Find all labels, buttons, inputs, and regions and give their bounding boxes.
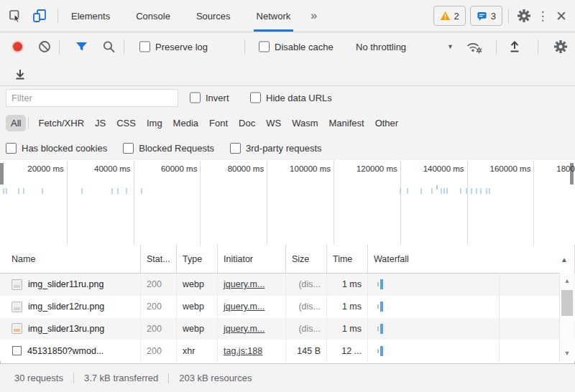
request-name-cell[interactable]: img_slider12ru.png bbox=[0, 296, 141, 318]
request-name-cell[interactable]: img_slider13ru.png bbox=[0, 318, 141, 340]
disable-cache-checkbox[interactable]: Disable cache bbox=[259, 42, 334, 52]
chevron-down-icon[interactable]: ▼ bbox=[447, 43, 454, 50]
settings-button[interactable] bbox=[515, 6, 533, 25]
type-filter-other[interactable]: Other bbox=[370, 115, 404, 131]
overview-tick-label: 160000 ms bbox=[467, 164, 530, 173]
filter-input[interactable] bbox=[6, 89, 178, 107]
request-name: img_slider11ru.png bbox=[28, 279, 104, 289]
initiator-link[interactable]: jquery.m... bbox=[224, 279, 264, 289]
timeline-overview[interactable]: 20000 ms40000 ms60000 ms80000 ms100000 m… bbox=[0, 160, 575, 246]
type-filter-css[interactable]: CSS bbox=[111, 115, 141, 131]
export-har-button[interactable] bbox=[13, 67, 27, 81]
type-filter-font[interactable]: Font bbox=[204, 115, 233, 131]
toggle-device-toolbar-button[interactable] bbox=[30, 6, 49, 25]
has-blocked-cookies-checkbox[interactable]: Has blocked cookies bbox=[6, 143, 107, 154]
time-cell: 1 ms bbox=[327, 318, 368, 340]
blocked-requests-checkbox[interactable]: Blocked Requests bbox=[123, 143, 214, 154]
messages-badge[interactable]: 3 bbox=[470, 6, 502, 26]
invert-checkbox[interactable]: Invert bbox=[190, 93, 229, 103]
warning-count: 2 bbox=[454, 11, 459, 22]
close-devtools-button[interactable]: ✕ bbox=[552, 6, 571, 25]
type-filter-img[interactable]: Img bbox=[142, 115, 167, 131]
request-filter-row: Has blocked cookiesBlocked Requests3rd-p… bbox=[0, 136, 575, 161]
preserve-log-checkbox[interactable]: Preserve log bbox=[139, 42, 208, 52]
type-filter-ws[interactable]: WS bbox=[261, 115, 286, 131]
vertical-scrollbar[interactable]: ▲ ▼ bbox=[559, 273, 574, 361]
initiator-link[interactable]: tag.js:188 bbox=[224, 346, 262, 356]
filter-toggle-button[interactable] bbox=[75, 40, 88, 53]
customize-menu-button[interactable]: ⋮ bbox=[533, 6, 552, 25]
overview-activity-tick bbox=[476, 188, 477, 194]
more-tabs-button[interactable]: » bbox=[310, 9, 317, 22]
table-row[interactable]: img_slider12ru.png200webpjquery.m...(dis… bbox=[0, 296, 575, 318]
checkbox-icon bbox=[259, 42, 270, 52]
image-file-icon bbox=[12, 323, 22, 334]
overview-activity-tick bbox=[443, 188, 445, 194]
table-row[interactable]: img_slider11ru.png200webpjquery.m...(dis… bbox=[0, 274, 575, 296]
type-filter-doc[interactable]: Doc bbox=[234, 115, 260, 131]
type-filter-all[interactable]: All bbox=[6, 115, 26, 131]
checkbox-icon bbox=[190, 93, 201, 103]
waterfall-queue-tick bbox=[377, 282, 379, 286]
column-header-waterfall[interactable]: Waterfall bbox=[368, 245, 575, 273]
table-row[interactable]: 45131850?wmod...200xhrtag.js:188145 B12 … bbox=[0, 340, 575, 362]
record-button[interactable] bbox=[13, 42, 22, 52]
waterfall-cell[interactable] bbox=[368, 274, 575, 296]
tab-elements[interactable]: Elements bbox=[68, 0, 113, 32]
requests-count: 30 requests bbox=[14, 373, 63, 383]
download-icon bbox=[13, 67, 27, 81]
initiator-link[interactable]: jquery.m... bbox=[224, 302, 264, 312]
scroll-up-icon[interactable]: ▲ bbox=[560, 277, 574, 284]
initiator-cell[interactable]: jquery.m... bbox=[218, 318, 286, 340]
message-count: 3 bbox=[491, 11, 496, 22]
scroll-down-icon[interactable]: ▼ bbox=[560, 350, 574, 357]
column-header-size[interactable]: Size bbox=[286, 245, 327, 273]
network-toolbar: Preserve log Disable cache No throttling… bbox=[0, 32, 575, 62]
waterfall-cell[interactable] bbox=[368, 340, 575, 362]
request-name-cell[interactable]: 45131850?wmod... bbox=[0, 340, 141, 362]
clear-log-button[interactable] bbox=[37, 39, 52, 54]
throttling-select[interactable]: No throttling bbox=[356, 42, 406, 52]
type-filter-media[interactable]: Media bbox=[168, 115, 203, 131]
overview-activity-tick bbox=[486, 188, 487, 194]
type-filter-wasm[interactable]: Wasm bbox=[287, 115, 323, 131]
scrollbar-thumb[interactable] bbox=[561, 290, 573, 316]
status-cell: 200 bbox=[141, 274, 177, 296]
request-name: img_slider13ru.png bbox=[28, 324, 104, 334]
tab-sources[interactable]: Sources bbox=[193, 0, 234, 32]
network-settings-button[interactable] bbox=[553, 39, 568, 54]
column-header-name[interactable]: Name bbox=[0, 245, 141, 273]
block-icon bbox=[37, 39, 52, 54]
column-header-stat-[interactable]: Stat... bbox=[141, 245, 177, 273]
disable-cache-label: Disable cache bbox=[275, 42, 334, 52]
initiator-link[interactable]: jquery.m... bbox=[224, 324, 264, 334]
initiator-cell[interactable]: jquery.m... bbox=[218, 296, 286, 318]
network-conditions-button[interactable] bbox=[466, 39, 483, 54]
tab-network[interactable]: Network bbox=[254, 0, 294, 32]
initiator-cell[interactable]: jquery.m... bbox=[218, 274, 286, 296]
table-row[interactable]: img_slider13ru.png200webpjquery.m...(dis… bbox=[0, 318, 575, 340]
inspect-cursor-icon bbox=[8, 9, 22, 23]
funnel-filter-icon bbox=[75, 40, 88, 53]
3rd-party-requests-checkbox[interactable]: 3rd-party requests bbox=[230, 143, 322, 154]
sort-ascending-icon[interactable]: ▲ bbox=[561, 255, 568, 263]
inspect-element-button[interactable] bbox=[6, 6, 24, 25]
import-har-button[interactable] bbox=[507, 39, 522, 54]
column-header-initiator[interactable]: Initiator bbox=[218, 245, 286, 273]
overview-activity-tick bbox=[480, 188, 482, 194]
initiator-cell[interactable]: tag.js:188 bbox=[218, 340, 286, 362]
request-name-cell[interactable]: img_slider11ru.png bbox=[0, 274, 141, 296]
overview-activity-tick bbox=[431, 188, 433, 194]
type-filter-manifest[interactable]: Manifest bbox=[323, 115, 369, 131]
type-filter-js[interactable]: JS bbox=[90, 115, 111, 131]
column-header-type[interactable]: Type bbox=[177, 245, 218, 273]
waterfall-cell[interactable] bbox=[368, 318, 575, 340]
overview-tick-label: 20000 ms bbox=[1, 164, 64, 173]
hide-data-urls-checkbox[interactable]: Hide data URLs bbox=[250, 93, 332, 103]
waterfall-cell[interactable] bbox=[368, 296, 575, 318]
tab-console[interactable]: Console bbox=[133, 0, 173, 32]
search-button[interactable] bbox=[102, 40, 116, 54]
column-header-time[interactable]: Time bbox=[327, 245, 368, 273]
type-filter-fetch-xhr[interactable]: Fetch/XHR bbox=[33, 115, 89, 131]
warnings-badge[interactable]: 2 bbox=[433, 6, 466, 26]
